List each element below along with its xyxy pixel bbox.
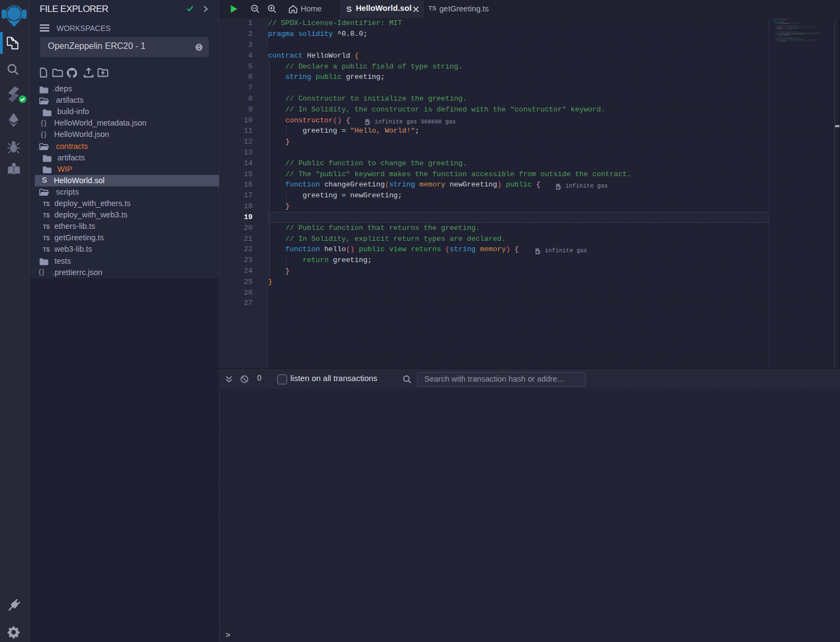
svg-text:S: S	[346, 4, 352, 14]
